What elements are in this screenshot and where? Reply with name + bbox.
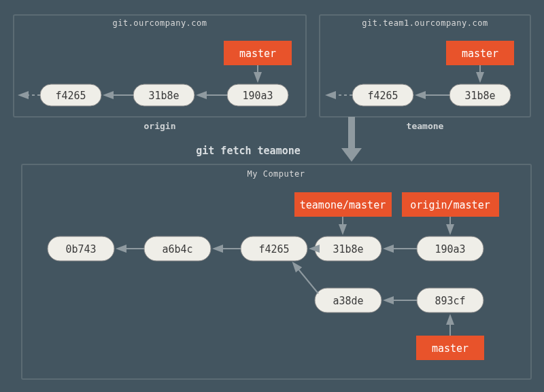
local-commit-r1-0: 0b743 (65, 243, 96, 255)
origin-repo-box: git.ourcompany.com master f4265 31b8e 19… (14, 15, 306, 117)
local-commit-a38de: a38de (315, 288, 381, 313)
local-commit-r1-4: 190a3 (435, 243, 465, 255)
git-fetch-command: git fetch teamone (196, 145, 301, 157)
local-commit-190a3: 190a3 (417, 236, 483, 261)
local-commit-f4265: f4265 (241, 236, 307, 261)
origin-url: git.ourcompany.com (112, 18, 207, 28)
origin-commit-31b8e: 31b8e (133, 84, 194, 106)
local-commit-r2-1: 893cf (435, 295, 465, 307)
origin-commit-2: 190a3 (242, 90, 273, 102)
local-commit-r1-2: f4265 (258, 243, 289, 255)
teamone-commit-f4265: f4265 (352, 84, 413, 106)
teamone-master-branch: master (446, 41, 514, 65)
local-commit-r2-0: a38de (333, 295, 363, 307)
teamone-repo-box: git.team1.ourcompany.com master f4265 31… (320, 15, 530, 117)
local-commit-893cf: 893cf (417, 288, 483, 313)
teamone-commit-1: 31b8e (464, 90, 495, 102)
local-title: My Computer (248, 169, 305, 179)
local-commit-r1-1: a6b4c (162, 243, 192, 255)
origin-master-ref-text: origin/master (410, 199, 490, 211)
teamone-master-text: master (462, 48, 498, 60)
local-repo-box: My Computer teamone/master origin/master… (22, 164, 531, 379)
teamone-label: teamone (407, 121, 444, 131)
origin-commit-f4265: f4265 (40, 84, 101, 106)
svg-line-34 (294, 264, 318, 293)
fetch-arrow-icon (341, 148, 362, 162)
origin-commit-190a3: 190a3 (227, 84, 288, 106)
teamone-master-ref: teamone/master (294, 192, 392, 217)
origin-label: origin (144, 121, 176, 131)
local-commit-r1-3: 31b8e (333, 243, 363, 255)
local-master-branch: master (416, 336, 484, 360)
origin-commit-0: f4265 (55, 90, 86, 102)
teamone-commit-0: f4265 (367, 90, 398, 102)
teamone-commit-31b8e: 31b8e (449, 84, 511, 106)
teamone-master-ref-text: teamone/master (300, 199, 386, 211)
local-master-text: master (432, 342, 469, 355)
origin-master-text: master (239, 48, 276, 60)
local-commit-0b743: 0b743 (48, 236, 114, 261)
teamone-url: git.team1.ourcompany.com (362, 18, 488, 28)
origin-master-ref: origin/master (402, 192, 499, 217)
local-commit-31b8e: 31b8e (315, 236, 381, 261)
origin-master-branch: master (224, 41, 292, 65)
origin-commit-1: 31b8e (148, 90, 179, 102)
git-diagram-svg: git.ourcompany.com master f4265 31b8e 19… (0, 0, 544, 392)
local-commit-a6b4c: a6b4c (144, 236, 211, 261)
